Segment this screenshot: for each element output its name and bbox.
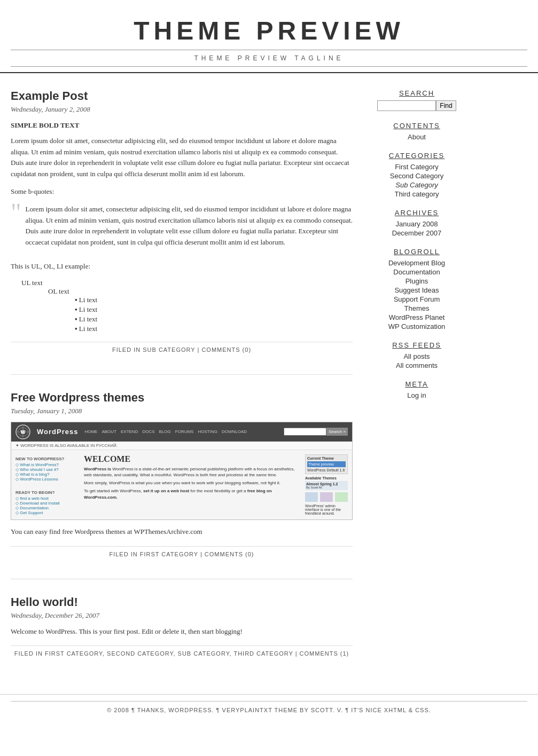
- blogroll-section: BLOGROLL Development Blog Documentation …: [363, 248, 470, 330]
- meta-login-link[interactable]: Log in: [407, 391, 426, 399]
- rss-allcomments-link[interactable]: All comments: [396, 361, 438, 369]
- archive-jan-link[interactable]: January 2008: [396, 220, 438, 228]
- post-1-title: Example Post: [11, 89, 353, 103]
- list-item: January 2008: [363, 220, 470, 228]
- categories-list: First Category Second Category Sub Categ…: [363, 163, 470, 198]
- footer-text: © 2008 ¶ THANKS, WORDPRESS. ¶ VERYPLAINT…: [107, 707, 431, 713]
- rss-allposts-link[interactable]: All posts: [403, 352, 430, 360]
- post-1-lists: UL text OL text Li text Li text Li text …: [11, 279, 353, 333]
- list-item: About: [363, 133, 470, 141]
- ul-item: UL text OL text Li text Li text Li text …: [21, 279, 353, 333]
- theme-thumb-2: [320, 492, 333, 502]
- post-1-date: Wednesday, January 2, 2008: [11, 105, 353, 114]
- ol-text: OL text: [48, 287, 69, 295]
- post-1-para-2: Some b-quotes:: [11, 186, 353, 198]
- wp-title-label: WordPress: [37, 428, 78, 436]
- list-item: First Category: [363, 163, 470, 171]
- wp-current-theme: Current Theme Theme preview WordPress De…: [305, 454, 348, 474]
- category-first-link[interactable]: First Category: [395, 163, 439, 171]
- site-title: THEME PREVIEW: [11, 16, 527, 45]
- list-item: Plugins: [363, 277, 470, 285]
- quote-icon: ": [11, 200, 21, 255]
- wp-theme-thumbnails: [305, 492, 348, 502]
- theme-thumb-1: [305, 492, 318, 502]
- post-2-after-text: You can easy find free Wordpress themes …: [11, 526, 353, 538]
- ul-text: UL text: [21, 279, 43, 287]
- blogroll-support-link[interactable]: Support Forum: [394, 295, 440, 303]
- blogroll-wpcustom-link[interactable]: WP Customization: [388, 322, 446, 330]
- site-tagline: THEME PREVIEW TAGLINE: [11, 54, 527, 62]
- post-2-title: Free Wordpress themes: [11, 391, 353, 405]
- category-third-link[interactable]: Third category: [394, 190, 439, 198]
- post-3-paragraph: Welcome to WordPress. This is your first…: [11, 626, 353, 637]
- site-footer: © 2008 ¶ THANKS, WORDPRESS. ¶ VERYPLAINT…: [0, 694, 538, 720]
- wp-left-col: NEW TO WORDPRESS? ◇ What is WordPress? ◇…: [15, 454, 80, 515]
- post-example: Example Post Wednesday, January 2, 2008 …: [11, 89, 353, 353]
- wp-right-col: Current Theme Theme preview WordPress De…: [305, 454, 348, 515]
- ol-item: OL text Li text Li text Li text Li text: [48, 287, 353, 333]
- category-second-link[interactable]: Second Category: [390, 172, 443, 180]
- page-wrapper: Example Post Wednesday, January 2, 2008 …: [0, 73, 538, 694]
- categories-heading: CATEGORIES: [363, 152, 470, 160]
- wp-admin-note: WordPress' admin interface is one of the…: [305, 504, 348, 515]
- list-item: Documentation: [363, 268, 470, 276]
- list-item: Suggest Ideas: [363, 286, 470, 294]
- blogroll-docs-link[interactable]: Documentation: [393, 268, 440, 276]
- categories-section: CATEGORIES First Category Second Categor…: [363, 152, 470, 198]
- contents-section: CONTENTS About: [363, 122, 470, 141]
- wp-search-input[interactable]: [284, 428, 326, 436]
- wp-theme-preview: Theme preview: [307, 461, 346, 467]
- blogroll-themes-link[interactable]: Themes: [404, 304, 430, 312]
- wp-nav: W WordPress HOME ABOUT EXTEND DOCS BLOG …: [11, 422, 352, 442]
- wp-themes-link[interactable]: Wordpress themes: [74, 527, 125, 536]
- list-item: All posts: [363, 352, 470, 360]
- wp-main-col: WELCOME WordPress is WordPress is a stat…: [84, 454, 301, 515]
- archives-list: January 2008 December 2007: [363, 220, 470, 237]
- main-content: Example Post Wednesday, January 2, 2008 …: [11, 89, 353, 678]
- blogroll-devblog-link[interactable]: Development Blog: [388, 259, 445, 267]
- wp-note: ✦ WORDPRESS IS ALSO AVAILABLE IN РУССКИЙ…: [11, 442, 352, 450]
- search-section: SEARCH Find: [363, 89, 470, 111]
- search-input[interactable]: [377, 100, 436, 111]
- list-item: Third category: [363, 190, 470, 198]
- blogroll-suggest-link[interactable]: Suggest Ideas: [394, 286, 439, 294]
- list-item: Support Forum: [363, 295, 470, 303]
- post-1-content: SIMPLE BOLD TEXT Lorem ipsum dolor sit a…: [11, 120, 353, 333]
- wp-current-theme-label: Current Theme: [307, 456, 346, 460]
- post-2-date: Tuesday, January 1, 2008: [11, 407, 353, 415]
- post-3-date: Wednesday, December 26, 2007: [11, 611, 353, 620]
- meta-heading: META: [363, 380, 470, 388]
- wp-search-button[interactable]: Search »: [326, 428, 348, 436]
- blogroll-plugins-link[interactable]: Plugins: [406, 277, 428, 285]
- list-item: All comments: [363, 361, 470, 369]
- blogroll-list: Development Blog Documentation Plugins S…: [363, 259, 470, 330]
- archives-section: ARCHIVES January 2008 December 2007: [363, 209, 470, 237]
- list-item: WP Customization: [363, 322, 470, 330]
- blogroll-wpplanet-link[interactable]: WordPress Planet: [389, 313, 445, 321]
- list-item: Development Blog: [363, 259, 470, 267]
- list-item: Second Category: [363, 172, 470, 180]
- search-heading: SEARCH: [363, 89, 470, 97]
- blogroll-heading: BLOGROLL: [363, 248, 470, 256]
- post-wordpress: Free Wordpress themes Tuesday, January 1…: [11, 391, 353, 557]
- category-sub-link[interactable]: Sub Category: [395, 181, 438, 189]
- wordpress-screenshot: W WordPress HOME ABOUT EXTEND DOCS BLOG …: [11, 422, 353, 520]
- wordpress-logo-icon: W: [15, 424, 30, 439]
- site-header: THEME PREVIEW THEME PREVIEW TAGLINE: [0, 0, 538, 73]
- search-button[interactable]: Find: [436, 100, 456, 111]
- rss-heading: RSS FEEDS: [363, 341, 470, 349]
- wp-ready-links: ◇ find a web host ◇ Download and Install…: [15, 496, 80, 515]
- contents-about-link[interactable]: About: [408, 133, 426, 141]
- wp-faq-links: ◇ What is WordPress? ◇ Who should I use …: [15, 462, 80, 482]
- li-items-list: Li text Li text Li text Li text: [75, 296, 353, 333]
- post-2-content: W WordPress HOME ABOUT EXTEND DOCS BLOG …: [11, 422, 353, 538]
- meta-section: META Log in: [363, 380, 470, 399]
- post-1-blockquote-text: Lorem ipsum dolor sit amet, consectetur …: [26, 204, 353, 248]
- wp-new-label: NEW TO WORDPRESS?: [15, 456, 80, 461]
- wp-theme-info: WordPress Default 1.6: [307, 468, 346, 472]
- archive-dec-link[interactable]: December 2007: [392, 229, 442, 237]
- list-item: WordPress Planet: [363, 313, 470, 321]
- meta-list: Log in: [363, 391, 470, 399]
- post-1-footer: FILED IN SUB CATEGORY | COMMENTS (0): [11, 342, 353, 353]
- archives-heading: ARCHIVES: [363, 209, 470, 217]
